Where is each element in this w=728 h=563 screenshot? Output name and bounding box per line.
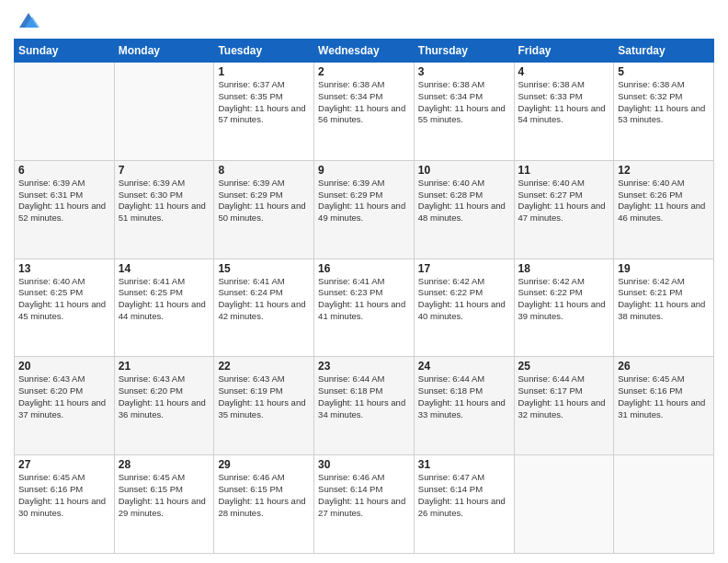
day-info: Sunrise: 6:42 AMSunset: 6:22 PMDaylight:…: [518, 276, 610, 323]
table-cell: 26Sunrise: 6:45 AMSunset: 6:16 PMDayligh…: [614, 357, 714, 455]
day-number: 8: [218, 164, 310, 177]
calendar-table: Sunday Monday Tuesday Wednesday Thursday…: [14, 39, 714, 554]
table-cell: 29Sunrise: 6:46 AMSunset: 6:15 PMDayligh…: [214, 455, 314, 554]
col-thursday: Thursday: [414, 40, 514, 63]
table-cell: 13Sunrise: 6:40 AMSunset: 6:25 PMDayligh…: [15, 259, 115, 357]
day-info: Sunrise: 6:39 AMSunset: 6:29 PMDaylight:…: [318, 178, 410, 224]
day-number: 31: [418, 458, 510, 471]
table-cell: 10Sunrise: 6:40 AMSunset: 6:28 PMDayligh…: [414, 160, 514, 259]
col-saturday: Saturday: [614, 40, 714, 63]
day-info: Sunrise: 6:40 AMSunset: 6:28 PMDaylight:…: [418, 178, 510, 224]
table-cell: 5Sunrise: 6:38 AMSunset: 6:32 PMDaylight…: [614, 63, 714, 161]
day-info: Sunrise: 6:40 AMSunset: 6:27 PMDaylight:…: [518, 178, 610, 224]
day-number: 13: [18, 262, 110, 275]
day-info: Sunrise: 6:40 AMSunset: 6:25 PMDaylight:…: [18, 276, 110, 323]
day-number: 19: [618, 262, 710, 275]
day-number: 27: [18, 458, 110, 471]
day-number: 4: [518, 65, 610, 78]
day-number: 1: [218, 65, 310, 78]
page: Sunday Monday Tuesday Wednesday Thursday…: [0, 0, 728, 563]
logo-icon: [16, 9, 41, 35]
day-info: Sunrise: 6:43 AMSunset: 6:20 PMDaylight:…: [18, 373, 110, 420]
table-cell: 14Sunrise: 6:41 AMSunset: 6:25 PMDayligh…: [114, 259, 214, 357]
day-number: 29: [218, 458, 310, 471]
calendar-week-row: 27Sunrise: 6:45 AMSunset: 6:16 PMDayligh…: [15, 455, 714, 554]
day-number: 25: [518, 360, 610, 373]
table-cell: 12Sunrise: 6:40 AMSunset: 6:26 PMDayligh…: [614, 160, 714, 259]
day-info: Sunrise: 6:39 AMSunset: 6:30 PMDaylight:…: [119, 178, 210, 224]
logo-area: [14, 9, 41, 31]
col-friday: Friday: [514, 40, 614, 63]
day-info: Sunrise: 6:46 AMSunset: 6:15 PMDaylight:…: [218, 472, 310, 519]
day-info: Sunrise: 6:37 AMSunset: 6:35 PMDaylight:…: [218, 79, 310, 126]
table-cell: [614, 455, 714, 554]
day-number: 16: [318, 262, 410, 275]
day-info: Sunrise: 6:39 AMSunset: 6:29 PMDaylight:…: [218, 178, 310, 224]
header: [14, 9, 714, 31]
col-monday: Monday: [114, 40, 214, 63]
table-cell: 20Sunrise: 6:43 AMSunset: 6:20 PMDayligh…: [15, 357, 115, 455]
table-cell: 25Sunrise: 6:44 AMSunset: 6:17 PMDayligh…: [514, 357, 614, 455]
table-cell: 19Sunrise: 6:42 AMSunset: 6:21 PMDayligh…: [614, 259, 714, 357]
table-cell: 3Sunrise: 6:38 AMSunset: 6:34 PMDaylight…: [414, 63, 514, 161]
table-cell: 30Sunrise: 6:46 AMSunset: 6:14 PMDayligh…: [314, 455, 415, 554]
day-number: 7: [119, 164, 210, 177]
table-cell: 21Sunrise: 6:43 AMSunset: 6:20 PMDayligh…: [114, 357, 214, 455]
day-info: Sunrise: 6:38 AMSunset: 6:34 PMDaylight:…: [418, 79, 510, 126]
day-number: 15: [218, 262, 310, 275]
table-cell: 23Sunrise: 6:44 AMSunset: 6:18 PMDayligh…: [314, 357, 415, 455]
day-info: Sunrise: 6:43 AMSunset: 6:19 PMDaylight:…: [218, 373, 310, 420]
day-info: Sunrise: 6:44 AMSunset: 6:18 PMDaylight:…: [418, 373, 510, 420]
day-number: 11: [518, 164, 610, 177]
day-info: Sunrise: 6:38 AMSunset: 6:32 PMDaylight:…: [618, 79, 710, 126]
day-number: 6: [18, 164, 110, 177]
table-cell: 18Sunrise: 6:42 AMSunset: 6:22 PMDayligh…: [514, 259, 614, 357]
day-number: 28: [119, 458, 210, 471]
col-tuesday: Tuesday: [214, 40, 314, 63]
day-info: Sunrise: 6:45 AMSunset: 6:16 PMDaylight:…: [618, 373, 710, 420]
day-number: 24: [418, 360, 510, 373]
calendar-week-row: 20Sunrise: 6:43 AMSunset: 6:20 PMDayligh…: [15, 357, 714, 455]
day-number: 23: [318, 360, 410, 373]
day-number: 9: [318, 164, 410, 177]
table-cell: 31Sunrise: 6:47 AMSunset: 6:14 PMDayligh…: [414, 455, 514, 554]
table-cell: 4Sunrise: 6:38 AMSunset: 6:33 PMDaylight…: [514, 63, 614, 161]
table-cell: 15Sunrise: 6:41 AMSunset: 6:24 PMDayligh…: [214, 259, 314, 357]
table-cell: 11Sunrise: 6:40 AMSunset: 6:27 PMDayligh…: [514, 160, 614, 259]
calendar-header-row: Sunday Monday Tuesday Wednesday Thursday…: [15, 40, 714, 63]
day-number: 18: [518, 262, 610, 275]
day-number: 22: [218, 360, 310, 373]
table-cell: 17Sunrise: 6:42 AMSunset: 6:22 PMDayligh…: [414, 259, 514, 357]
col-sunday: Sunday: [15, 40, 115, 63]
day-number: 10: [418, 164, 510, 177]
day-info: Sunrise: 6:45 AMSunset: 6:15 PMDaylight:…: [119, 472, 210, 519]
table-cell: [15, 63, 115, 161]
day-info: Sunrise: 6:46 AMSunset: 6:14 PMDaylight:…: [318, 472, 410, 519]
day-info: Sunrise: 6:42 AMSunset: 6:22 PMDaylight:…: [418, 276, 510, 323]
day-info: Sunrise: 6:43 AMSunset: 6:20 PMDaylight:…: [119, 373, 210, 420]
table-cell: 7Sunrise: 6:39 AMSunset: 6:30 PMDaylight…: [114, 160, 214, 259]
calendar-week-row: 6Sunrise: 6:39 AMSunset: 6:31 PMDaylight…: [15, 160, 714, 259]
day-number: 17: [418, 262, 510, 275]
day-number: 3: [418, 65, 510, 78]
table-cell: 9Sunrise: 6:39 AMSunset: 6:29 PMDaylight…: [314, 160, 415, 259]
day-info: Sunrise: 6:38 AMSunset: 6:33 PMDaylight:…: [518, 79, 610, 126]
col-wednesday: Wednesday: [314, 40, 415, 63]
calendar-week-row: 13Sunrise: 6:40 AMSunset: 6:25 PMDayligh…: [15, 259, 714, 357]
day-number: 14: [119, 262, 210, 275]
day-info: Sunrise: 6:45 AMSunset: 6:16 PMDaylight:…: [18, 472, 110, 519]
table-cell: 22Sunrise: 6:43 AMSunset: 6:19 PMDayligh…: [214, 357, 314, 455]
table-cell: 6Sunrise: 6:39 AMSunset: 6:31 PMDaylight…: [15, 160, 115, 259]
day-info: Sunrise: 6:41 AMSunset: 6:24 PMDaylight:…: [218, 276, 310, 323]
day-info: Sunrise: 6:38 AMSunset: 6:34 PMDaylight:…: [318, 79, 410, 126]
day-info: Sunrise: 6:42 AMSunset: 6:21 PMDaylight:…: [618, 276, 710, 323]
table-cell: 2Sunrise: 6:38 AMSunset: 6:34 PMDaylight…: [314, 63, 415, 161]
day-number: 2: [318, 65, 410, 78]
day-info: Sunrise: 6:41 AMSunset: 6:25 PMDaylight:…: [119, 276, 210, 323]
day-info: Sunrise: 6:44 AMSunset: 6:17 PMDaylight:…: [518, 373, 610, 420]
day-number: 30: [318, 458, 410, 471]
table-cell: [114, 63, 214, 161]
day-info: Sunrise: 6:39 AMSunset: 6:31 PMDaylight:…: [18, 178, 110, 224]
table-cell: 8Sunrise: 6:39 AMSunset: 6:29 PMDaylight…: [214, 160, 314, 259]
day-info: Sunrise: 6:47 AMSunset: 6:14 PMDaylight:…: [418, 472, 510, 519]
